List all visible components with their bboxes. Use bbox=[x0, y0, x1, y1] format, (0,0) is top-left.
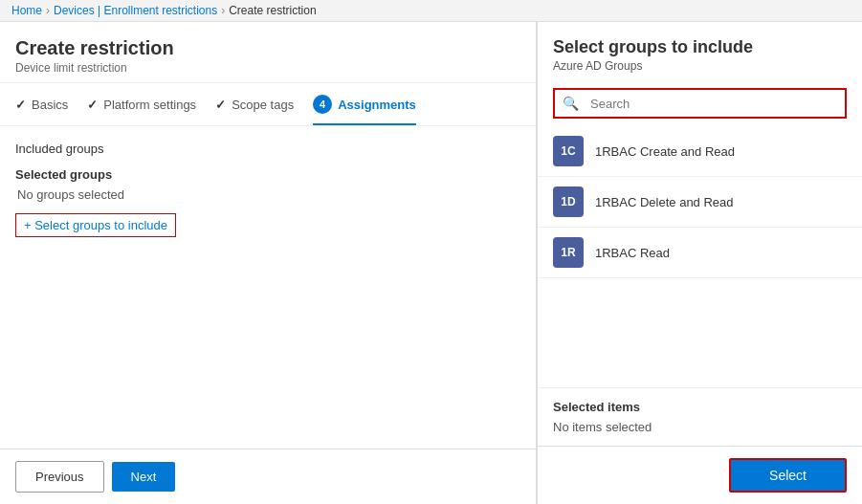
search-input[interactable] bbox=[586, 91, 845, 117]
bottom-bar: Previous Next bbox=[0, 449, 536, 504]
check-platform-icon: ✓ bbox=[87, 98, 98, 112]
step-num-icon: 4 bbox=[313, 95, 332, 114]
select-groups-link[interactable]: + Select groups to include bbox=[15, 213, 176, 237]
step-assignments-label: Assignments bbox=[338, 98, 416, 112]
left-panel: Create restriction Device limit restrict… bbox=[0, 22, 537, 504]
step-scope[interactable]: ✓ Scope tags bbox=[215, 98, 294, 112]
group-avatar-1d: 1D bbox=[553, 186, 584, 217]
no-items-text: No items selected bbox=[553, 420, 847, 434]
check-basics-icon: ✓ bbox=[15, 98, 26, 112]
search-icon: 🔍 bbox=[555, 90, 586, 117]
selected-groups-label: Selected groups bbox=[15, 167, 520, 182]
check-scope-icon: ✓ bbox=[215, 98, 226, 112]
no-groups-text: No groups selected bbox=[17, 187, 520, 202]
selected-items-label: Selected items bbox=[553, 400, 847, 414]
right-panel-subtitle: Azure AD Groups bbox=[553, 59, 847, 73]
breadcrumb-sep1: › bbox=[46, 4, 50, 17]
main-layout: Create restriction Device limit restrict… bbox=[0, 22, 862, 504]
select-button[interactable]: Select bbox=[729, 458, 847, 493]
steps-bar: ✓ Basics ✓ Platform settings ✓ Scope tag… bbox=[0, 83, 536, 126]
next-button[interactable]: Next bbox=[112, 462, 176, 492]
breadcrumb-home[interactable]: Home bbox=[11, 4, 42, 17]
group-name-1d: 1RBAC Delete and Read bbox=[595, 195, 734, 209]
breadcrumb-sep2: › bbox=[221, 4, 225, 17]
list-item[interactable]: 1C 1RBAC Create and Read bbox=[538, 126, 862, 177]
search-box[interactable]: 🔍 bbox=[553, 88, 847, 119]
step-platform[interactable]: ✓ Platform settings bbox=[87, 98, 196, 112]
breadcrumb-devices[interactable]: Devices | Enrollment restrictions bbox=[54, 4, 217, 17]
breadcrumb-bar: Home › Devices | Enrollment restrictions… bbox=[0, 0, 862, 22]
step-assignments[interactable]: 4 Assignments bbox=[313, 95, 416, 125]
step-basics-label: Basics bbox=[32, 98, 68, 112]
right-panel-header: Select groups to include Azure AD Groups bbox=[538, 22, 862, 80]
page-subtitle: Device limit restriction bbox=[15, 61, 520, 75]
list-item[interactable]: 1R 1RBAC Read bbox=[538, 228, 862, 278]
included-groups-label: Included groups bbox=[15, 142, 520, 156]
right-panel-title: Select groups to include bbox=[553, 37, 847, 57]
group-avatar-1r: 1R bbox=[553, 237, 584, 268]
right-panel: Select groups to include Azure AD Groups… bbox=[537, 22, 862, 504]
breadcrumb: Home › Devices | Enrollment restrictions… bbox=[11, 4, 851, 17]
list-item[interactable]: 1D 1RBAC Delete and Read bbox=[538, 177, 862, 228]
group-name-1r: 1RBAC Read bbox=[595, 246, 670, 260]
previous-button[interactable]: Previous bbox=[15, 461, 104, 493]
group-list: 1C 1RBAC Create and Read 1D 1RBAC Delete… bbox=[538, 119, 862, 387]
page-header: Create restriction Device limit restrict… bbox=[0, 22, 536, 83]
content-area: Included groups Selected groups No group… bbox=[0, 126, 536, 449]
group-avatar-1c: 1C bbox=[553, 136, 584, 166]
right-bottom-bar: Select bbox=[538, 446, 862, 504]
step-platform-label: Platform settings bbox=[103, 98, 196, 112]
page-title: Create restriction bbox=[15, 37, 520, 59]
group-name-1c: 1RBAC Create and Read bbox=[595, 144, 735, 159]
breadcrumb-current: Create restriction bbox=[229, 4, 316, 17]
selected-items-section: Selected items No items selected bbox=[538, 387, 862, 446]
step-scope-label: Scope tags bbox=[232, 98, 294, 112]
step-basics[interactable]: ✓ Basics bbox=[15, 98, 68, 112]
